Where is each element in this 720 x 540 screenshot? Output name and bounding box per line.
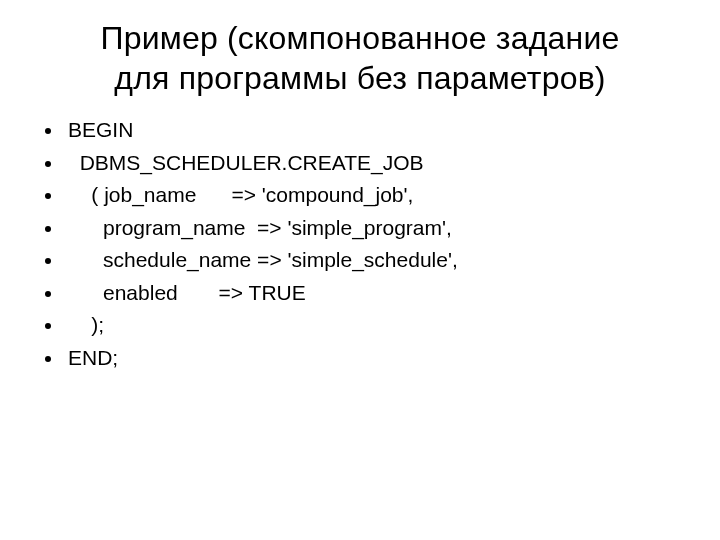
code-line: enabled => TRUE — [68, 281, 306, 304]
slide: Пример (скомпонованное задание для прогр… — [0, 0, 720, 540]
code-line: program_name => 'simple_program', — [68, 216, 452, 239]
code-line: BEGIN — [68, 118, 133, 141]
code-line: ( job_name => 'compound_job', — [68, 183, 413, 206]
list-item: program_name => 'simple_program', — [64, 212, 692, 245]
code-line: END; — [68, 346, 118, 369]
list-item: ); — [64, 309, 692, 342]
title-line-1: Пример (скомпонованное задание — [100, 20, 619, 56]
list-item: DBMS_SCHEDULER.CREATE_JOB — [64, 147, 692, 180]
list-item: ( job_name => 'compound_job', — [64, 179, 692, 212]
title-line-2: для программы без параметров) — [114, 60, 605, 96]
code-line: DBMS_SCHEDULER.CREATE_JOB — [68, 151, 424, 174]
code-line: schedule_name => 'simple_schedule', — [68, 248, 458, 271]
list-item: END; — [64, 342, 692, 375]
slide-title: Пример (скомпонованное задание для прогр… — [28, 18, 692, 98]
code-line: ); — [68, 313, 104, 336]
list-item: enabled => TRUE — [64, 277, 692, 310]
code-list: BEGIN DBMS_SCHEDULER.CREATE_JOB ( job_na… — [28, 114, 692, 374]
list-item: BEGIN — [64, 114, 692, 147]
list-item: schedule_name => 'simple_schedule', — [64, 244, 692, 277]
